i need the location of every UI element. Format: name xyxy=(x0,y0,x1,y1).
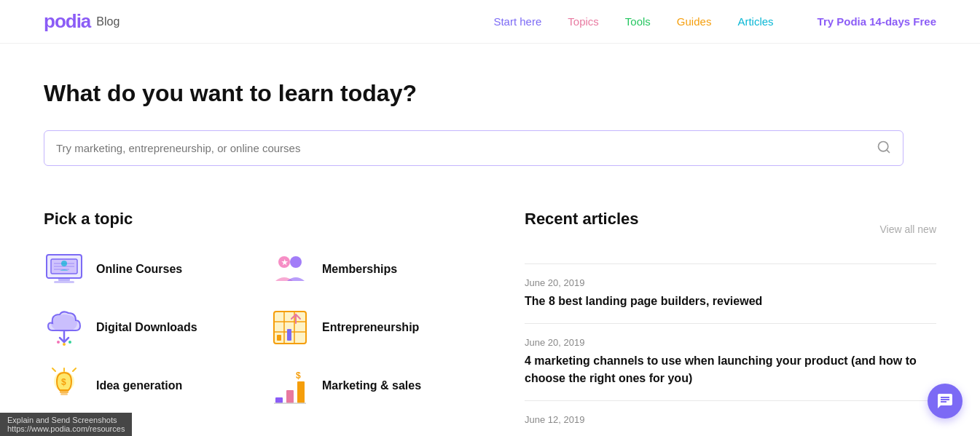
digital-downloads-icon xyxy=(44,307,85,348)
topics-title: Pick a topic xyxy=(44,210,481,229)
online-courses-icon xyxy=(44,249,85,290)
svg-point-19 xyxy=(68,341,71,344)
topic-online-courses-label: Online Courses xyxy=(96,263,182,276)
article-title[interactable]: The 8 best landing page builders, review… xyxy=(525,293,936,310)
svg-rect-26 xyxy=(277,335,281,341)
bottom-bar-line2: https://www.podia.com/resources xyxy=(7,424,125,433)
topic-marketing-sales-label: Marketing & sales xyxy=(322,379,421,392)
nav-tools[interactable]: Tools xyxy=(625,15,651,28)
svg-line-34 xyxy=(52,368,55,371)
svg-rect-7 xyxy=(54,281,74,283)
article-item: June 20, 2019 4 marketing channels to us… xyxy=(525,323,936,400)
hero-section: What do you want to learn today? xyxy=(0,44,980,188)
nav-articles[interactable]: Articles xyxy=(737,15,773,28)
articles-title: Recent articles xyxy=(525,210,639,229)
svg-rect-37 xyxy=(286,390,294,403)
topic-entrepreneurship-label: Entrepreneurship xyxy=(322,321,419,334)
nav-links: Start here Topics Tools Guides Articles xyxy=(493,15,773,28)
logo[interactable]: podia Blog xyxy=(44,10,119,33)
article-item: June 20, 2019 The 8 best landing page bu… xyxy=(525,263,936,323)
svg-text:$: $ xyxy=(296,370,301,381)
svg-rect-27 xyxy=(287,329,291,341)
svg-line-33 xyxy=(73,368,76,371)
topic-idea-generation-label: Idea generation xyxy=(96,379,182,392)
nav-topics[interactable]: Topics xyxy=(568,15,599,28)
article-date: June 20, 2019 xyxy=(525,337,936,348)
svg-point-11 xyxy=(61,261,67,266)
svg-rect-6 xyxy=(58,278,70,281)
main-content: Pick a topic xyxy=(0,188,980,436)
svg-point-17 xyxy=(57,341,60,344)
blog-label: Blog xyxy=(96,15,119,28)
svg-rect-36 xyxy=(275,397,283,403)
topic-entrepreneurship[interactable]: Entrepreneurship xyxy=(270,307,481,348)
marketing-sales-icon: $ xyxy=(270,365,310,406)
article-item: June 12, 2019 xyxy=(525,400,936,436)
recent-articles-section: Recent articles View all new June 20, 20… xyxy=(525,210,936,436)
navbar: podia Blog Start here Topics Tools Guide… xyxy=(0,0,980,44)
topic-digital-downloads[interactable]: Digital Downloads xyxy=(44,307,255,348)
chat-button[interactable] xyxy=(928,384,963,419)
topic-online-courses[interactable]: Online Courses xyxy=(44,249,255,290)
nav-guides[interactable]: Guides xyxy=(677,15,712,28)
memberships-icon: ★ xyxy=(270,249,310,290)
svg-rect-38 xyxy=(297,381,305,403)
topic-memberships-label: Memberships xyxy=(322,263,397,276)
entrepreneurship-icon xyxy=(270,307,310,348)
topic-memberships[interactable]: ★ Memberships xyxy=(270,249,481,290)
view-all-link[interactable]: View all new xyxy=(879,223,936,235)
article-date: June 12, 2019 xyxy=(525,414,936,425)
topic-digital-downloads-label: Digital Downloads xyxy=(96,321,197,334)
svg-text:$: $ xyxy=(61,377,66,387)
nav-cta-button[interactable]: Try Podia 14-days Free xyxy=(818,15,936,28)
bottom-bar-line1: Explain and Send Screenshots xyxy=(7,416,125,424)
article-title[interactable]: 4 marketing channels to use when launchi… xyxy=(525,352,936,387)
topic-marketing-sales[interactable]: $ Marketing & sales xyxy=(270,365,481,406)
svg-point-13 xyxy=(290,256,302,268)
svg-line-1 xyxy=(887,150,890,153)
svg-text:★: ★ xyxy=(281,258,289,266)
idea-generation-icon: $ xyxy=(44,365,85,406)
hero-heading: What do you want to learn today? xyxy=(44,80,936,107)
topics-grid: Online Courses ★ Memberships xyxy=(44,249,481,406)
topics-section: Pick a topic xyxy=(44,210,481,436)
svg-rect-30 xyxy=(60,390,68,393)
search-box xyxy=(44,130,903,166)
articles-header: Recent articles View all new xyxy=(525,210,936,249)
topic-idea-generation[interactable]: $ Idea generation xyxy=(44,365,255,406)
bottom-bar: Explain and Send Screenshots https://www… xyxy=(0,413,132,436)
nav-start-here[interactable]: Start here xyxy=(493,15,541,28)
search-icon xyxy=(877,140,891,156)
search-input[interactable] xyxy=(56,142,877,154)
svg-point-18 xyxy=(63,343,66,346)
logo-text: podia xyxy=(44,10,90,33)
article-date: June 20, 2019 xyxy=(525,277,936,288)
svg-rect-31 xyxy=(60,393,68,395)
